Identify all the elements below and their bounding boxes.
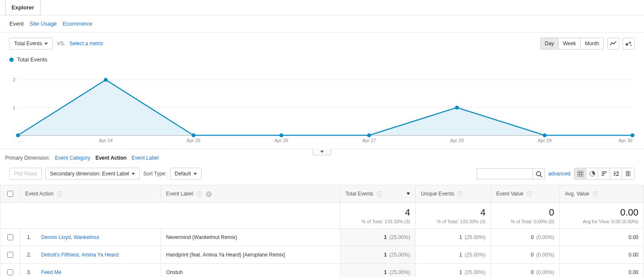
- svg-rect-37: [617, 173, 619, 174]
- subtab-row: Event Site Usage Ecommerce: [0, 15, 644, 32]
- row-index: 2.: [25, 252, 35, 258]
- col-total-events[interactable]: Total Events ?: [340, 185, 416, 203]
- col-label: Event Action: [25, 191, 54, 197]
- row-total-events: 1: [384, 269, 387, 275]
- expand-chart-toggle[interactable]: [313, 149, 331, 155]
- summary-event-value-sub: % of Total: 0.00% (0): [496, 219, 554, 224]
- help-icon[interactable]: ?: [457, 191, 463, 197]
- chevron-down-icon: [320, 151, 324, 153]
- svg-text:2: 2: [13, 77, 15, 82]
- view-bar-icon[interactable]: [598, 168, 610, 179]
- dim-event-category[interactable]: Event Category: [55, 155, 91, 161]
- col-unique-events[interactable]: Unique Events ?: [416, 185, 491, 203]
- row-unique-events: 1: [460, 269, 463, 275]
- summary-total-events: 4: [345, 207, 410, 218]
- secondary-dimension-select[interactable]: Secondary dimension: Event Label: [45, 168, 140, 180]
- data-table: Event Action ? Event Label ? × Total Eve…: [0, 185, 644, 277]
- row-event-value: 0: [531, 252, 534, 258]
- view-table-icon[interactable]: [574, 168, 586, 179]
- period-day[interactable]: Day: [541, 38, 559, 49]
- table-search: [477, 168, 545, 179]
- plot-rows-button[interactable]: Plot Rows: [9, 168, 42, 180]
- line-chart-icon[interactable]: [607, 38, 619, 50]
- vs-label: VS.: [57, 41, 65, 47]
- svg-rect-35: [616, 172, 619, 172]
- svg-rect-36: [614, 173, 616, 174]
- subtab-ecommerce[interactable]: Ecommerce: [63, 20, 92, 27]
- sort-type-select[interactable]: Default: [170, 168, 202, 180]
- period-month[interactable]: Month: [581, 38, 603, 49]
- col-avg-value[interactable]: Avg. Value ?: [559, 185, 644, 203]
- svg-point-12: [279, 134, 283, 137]
- svg-text:…: …: [18, 138, 23, 143]
- row-event-action[interactable]: Detroit's Filthiest, Amina Ya Heard: [41, 252, 118, 258]
- col-label: Event Label: [166, 191, 193, 197]
- row-event-label: Onstuh: [161, 264, 340, 277]
- svg-text:Apr 24: Apr 24: [99, 138, 112, 143]
- summary-unique-events-sub: % of Total: 133.33% (3): [421, 219, 485, 224]
- row-total-events-pct: (25.00%): [389, 269, 410, 275]
- col-event-label[interactable]: Event Label ? ×: [161, 185, 340, 203]
- secondary-dim-label: Secondary dimension: Event Label: [50, 171, 129, 177]
- table-row: 2. Detroit's Filthiest, Amina Ya Heard H…: [0, 246, 644, 264]
- row-unique-events-pct: (25.00%): [465, 269, 486, 275]
- col-label: Avg. Value: [565, 191, 589, 197]
- motion-chart-icon[interactable]: [623, 38, 635, 50]
- svg-point-13: [367, 134, 371, 137]
- view-pivot-icon[interactable]: [622, 168, 634, 179]
- row-event-action[interactable]: Feed Me: [41, 269, 61, 275]
- sort-default-label: Default: [175, 171, 191, 177]
- svg-point-9: [16, 134, 20, 137]
- col-event-value[interactable]: Event Value ?: [491, 185, 559, 203]
- row-avg-value: 0.00: [629, 269, 638, 275]
- col-event-action[interactable]: Event Action ?: [20, 185, 161, 203]
- row-event-label: Handprint (feat. Amina Ya Heard) [Aeropl…: [161, 246, 340, 264]
- dim-event-action[interactable]: Event Action: [95, 155, 126, 161]
- svg-text:Apr 25: Apr 25: [187, 138, 200, 143]
- remove-column-icon[interactable]: ×: [206, 191, 212, 197]
- help-icon[interactable]: ?: [592, 191, 598, 197]
- sort-type-label: Sort Type:: [143, 171, 166, 177]
- col-label: Unique Events: [421, 191, 454, 197]
- select-all-cell: [0, 185, 20, 203]
- metric-selected: Total Events: [14, 41, 42, 47]
- view-pie-icon[interactable]: [586, 168, 598, 179]
- subtab-site-usage[interactable]: Site Usage: [29, 20, 57, 27]
- select-metric-link[interactable]: Select a metric: [70, 41, 103, 47]
- subtab-event[interactable]: Event: [9, 20, 23, 27]
- svg-point-15: [543, 134, 547, 137]
- row-unique-events-pct: (25.00%): [465, 234, 486, 240]
- summary-avg-value: 0.00: [565, 207, 638, 218]
- row-index: 1.: [25, 234, 35, 240]
- select-all-checkbox[interactable]: [7, 191, 13, 197]
- help-icon[interactable]: ?: [196, 191, 202, 197]
- search-input[interactable]: [477, 169, 533, 179]
- row-checkbox[interactable]: [7, 234, 13, 240]
- dim-event-label[interactable]: Event Label: [132, 155, 158, 161]
- explorer-tab[interactable]: Explorer: [5, 0, 41, 15]
- row-event-action[interactable]: Dennis Lloyd, Wankelmut: [41, 234, 99, 240]
- row-checkbox[interactable]: [7, 269, 13, 275]
- summary-event-value: 0: [496, 207, 554, 218]
- svg-point-1: [629, 42, 631, 44]
- chevron-down-icon: [132, 173, 135, 175]
- svg-text:Apr 28: Apr 28: [450, 138, 464, 143]
- row-event-value: 0: [531, 234, 534, 240]
- svg-rect-33: [602, 175, 604, 176]
- help-icon[interactable]: ?: [377, 191, 382, 197]
- svg-rect-34: [614, 172, 615, 172]
- row-event-value-pct: (0.00%): [536, 269, 554, 275]
- svg-point-0: [626, 43, 628, 46]
- help-icon[interactable]: ?: [527, 191, 532, 197]
- table-toolbar: Plot Rows Secondary dimension: Event Lab…: [0, 165, 644, 185]
- row-index: 3.: [25, 269, 35, 275]
- period-week[interactable]: Week: [559, 38, 580, 49]
- view-comparison-icon[interactable]: [610, 168, 622, 179]
- row-checkbox[interactable]: [7, 252, 13, 258]
- row-unique-events: 1: [460, 252, 463, 258]
- advanced-filter-link[interactable]: advanced: [548, 171, 571, 177]
- help-icon[interactable]: ?: [57, 191, 62, 197]
- search-button[interactable]: [533, 169, 544, 179]
- metric-selector[interactable]: Total Events: [9, 38, 53, 50]
- svg-text:Apr 30: Apr 30: [619, 138, 632, 143]
